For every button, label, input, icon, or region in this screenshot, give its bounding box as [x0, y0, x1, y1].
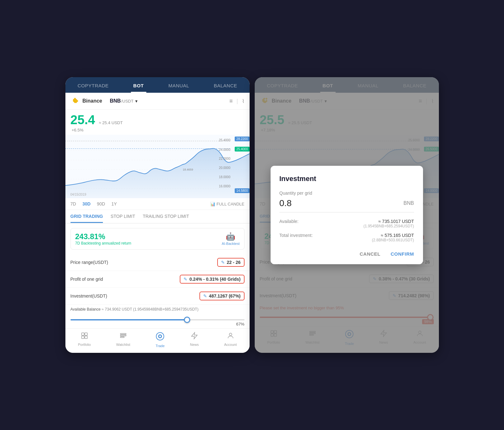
- nav-copytrade-left[interactable]: COPYTRADE: [75, 82, 111, 90]
- nav-news-left[interactable]: News: [190, 332, 199, 348]
- slider-track-left[interactable]: [71, 319, 245, 320]
- trading-tabs-left: GRID TRADING STOP LIMIT TRAILING STOP LI…: [65, 210, 250, 224]
- tab-grid-trading-left[interactable]: GRID TRADING: [71, 214, 103, 223]
- edit-icon-profit-left: ✎: [184, 277, 187, 282]
- svg-rect-17: [85, 333, 87, 335]
- chart-low-label-left: 18.4659: [183, 168, 193, 171]
- modal-overlay: Investment Quantity per grid 0.8 BNB Ava…: [255, 77, 439, 353]
- nav-balance-left[interactable]: BALANCE: [211, 82, 240, 90]
- chart-badge-mid-left: 25.4000: [235, 147, 249, 151]
- account-label-left: Account: [224, 343, 237, 346]
- svg-point-27: [229, 333, 232, 336]
- time-1y-left[interactable]: 1Y: [111, 201, 117, 206]
- chart-price-1-left: 25.4000: [219, 138, 230, 142]
- svg-rect-18: [82, 336, 84, 339]
- time-tabs-left: 7D 30D 90D 1Y 📊 FULL CANDLE: [65, 198, 250, 210]
- investment-label-left: Investment(USDT): [71, 293, 107, 299]
- chart-badge-lower-left: 14.5800: [235, 188, 249, 193]
- divider-left: |: [237, 98, 238, 104]
- total-row: Total investment: ≈ 575.165 USDT (2.8BNB…: [279, 233, 414, 242]
- available-sub: (1.9545BNB+685.2594USDT): [363, 224, 414, 228]
- price-big-left: 25.4: [71, 113, 95, 127]
- nav-trade-left[interactable]: Trade: [156, 332, 165, 348]
- total-value: ≈ 575.165 USDT: [372, 233, 414, 238]
- investment-value-left[interactable]: ✎ 487.1267 (67%): [199, 292, 245, 300]
- ai-label-left: AI-Backtest: [222, 242, 239, 245]
- chart-date-left: 04/15/2019: [71, 193, 86, 196]
- chart-price-6-left: 16.0000: [219, 185, 230, 188]
- chart-price-4-left: 20.0000: [219, 166, 230, 170]
- tab-stop-limit-left[interactable]: STOP LIMIT: [111, 214, 135, 223]
- nav-portfolio-left[interactable]: Portfolio: [78, 332, 91, 348]
- backtest-pct-left: 243.81%: [75, 232, 131, 241]
- news-icon-left: [191, 332, 198, 341]
- svg-rect-22: [120, 337, 124, 338]
- price-range-value-left[interactable]: ✎ 22 - 26: [217, 258, 245, 267]
- slider-left: 67%: [65, 314, 250, 328]
- chart-icon-left[interactable]: ⌇: [242, 98, 245, 104]
- header-icons-left: ≡ | ⌇: [229, 98, 244, 104]
- svg-rect-19: [85, 336, 87, 339]
- right-screen: COPYTRADE BOT MANUAL BALANCE Binance: [255, 77, 439, 353]
- candle-btn-left[interactable]: 📊 FULL CANDLE: [210, 202, 245, 206]
- trade-icon-left: [156, 332, 165, 343]
- candle-label-left: FULL CANDLE: [217, 202, 245, 206]
- watchlist-icon-left: [119, 332, 127, 341]
- qty-unit: BNB: [404, 200, 414, 206]
- nav-account-left[interactable]: Account: [224, 332, 237, 348]
- qty-value[interactable]: 0.8: [279, 198, 292, 208]
- modal-cancel-button[interactable]: CANCEL: [360, 251, 381, 257]
- chart-badge-upper-left: 28.2200: [235, 137, 249, 141]
- avail-value-left: ≈ 734.9062 USDT (1.95459848BNB+685.25947…: [102, 307, 198, 312]
- left-screen: COPYTRADE BOT MANUAL BALANCE Binance BNB…: [65, 77, 250, 353]
- time-30d-left[interactable]: 30D: [82, 201, 91, 206]
- chart-price-3-left: 22.0000: [219, 157, 230, 160]
- available-row: Available: ≈ 735.1017 USDT (1.9545BNB+68…: [279, 219, 414, 228]
- available-value: ≈ 735.1017 USDT: [363, 219, 414, 224]
- chart-price-5-left: 18.0000: [219, 175, 230, 179]
- portfolio-icon-left: [81, 332, 88, 341]
- bottom-nav-left: Portfolio Watchlist: [65, 328, 250, 353]
- slider-thumb-left[interactable]: [184, 317, 190, 323]
- svg-rect-21: [120, 335, 126, 336]
- price-range-label-left: Price range(USDT): [71, 260, 108, 265]
- edit-icon-price-left: ✎: [221, 260, 225, 265]
- modal-actions: CANCEL CONFIRM: [279, 251, 414, 257]
- chart-left: 25.4000 24.0000 22.0000 20.0000 18.0000 …: [65, 135, 250, 198]
- total-sub: (2.8BNB+503.661USDT): [372, 238, 414, 242]
- watchlist-label-left: Watchlist: [116, 343, 130, 346]
- profit-label-left: Profit of one grid: [71, 277, 103, 282]
- exchange-name-left: Binance: [83, 98, 102, 104]
- price-section-left: 25.4 ≈ 25.4 USDT +6.5%: [65, 110, 250, 135]
- svg-point-25: [159, 335, 161, 337]
- ai-backtest-left[interactable]: 🤖 AI-Backtest: [222, 232, 239, 245]
- pair-dropdown-left[interactable]: ▼: [134, 99, 138, 104]
- avail-row-left: Available Balance ≈ 734.9062 USDT (1.954…: [65, 305, 250, 314]
- investment-modal: Investment Quantity per grid 0.8 BNB Ava…: [271, 166, 423, 264]
- edit-icon-invest-left: ✎: [203, 293, 207, 299]
- tab-trailing-left[interactable]: TRAILING STOP LIMIT: [143, 214, 189, 223]
- pair-quote-left: /USDT: [121, 99, 133, 104]
- svg-marker-26: [192, 333, 197, 339]
- news-label-left: News: [190, 343, 199, 346]
- price-approx-left: ≈ 25.4 USDT: [99, 120, 123, 125]
- svg-rect-20: [120, 333, 126, 334]
- menu-icon-left[interactable]: ≡: [229, 98, 233, 104]
- nav-bot-left[interactable]: BOT: [131, 82, 146, 90]
- modal-confirm-button[interactable]: CONFIRM: [391, 251, 414, 257]
- account-icon-left: [227, 332, 234, 341]
- investment-row-left: Investment(USDT) ✎ 487.1267 (67%): [65, 288, 250, 305]
- profit-value-left[interactable]: ✎ 0.24% - 0.31% (40 Grids): [180, 275, 244, 284]
- modal-title: Investment: [279, 175, 414, 183]
- nav-watchlist-left[interactable]: Watchlist: [116, 332, 130, 348]
- time-90d-left[interactable]: 90D: [97, 201, 105, 206]
- binance-logo-left: [71, 97, 79, 105]
- price-range-text-left: 22 - 26: [227, 260, 241, 265]
- nav-manual-left[interactable]: MANUAL: [166, 82, 192, 90]
- slider-pct-left: 67%: [71, 322, 245, 326]
- slider-fill-left: [71, 319, 187, 320]
- avail-label-left: Available Balance: [71, 307, 101, 312]
- robot-icon-left: 🤖: [226, 232, 235, 241]
- svg-rect-16: [82, 333, 84, 335]
- time-7d-left[interactable]: 7D: [71, 201, 76, 206]
